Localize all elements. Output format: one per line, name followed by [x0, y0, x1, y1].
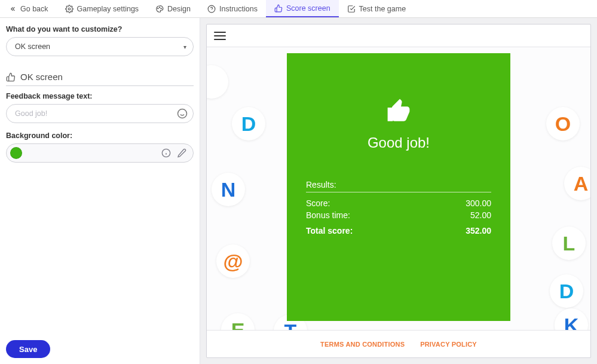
- edit-icon[interactable]: [176, 148, 187, 158]
- svg-point-2: [160, 7, 160, 7]
- customize-select[interactable]: OK screen: [6, 37, 194, 56]
- tab-label: Score screen: [286, 4, 330, 13]
- terms-link[interactable]: TERMS AND CONDITIONS: [320, 341, 405, 348]
- save-button[interactable]: Save: [6, 340, 50, 358]
- tab-go-back[interactable]: Go back: [0, 0, 57, 17]
- menu-icon[interactable]: [214, 32, 226, 40]
- customize-label: What do you want to customize?: [6, 25, 194, 33]
- letter-decor: O: [546, 107, 580, 140]
- feedback-label: Feedback message text:: [6, 92, 194, 100]
- color-swatch: [10, 147, 22, 159]
- letter-decor: A: [564, 167, 590, 200]
- tab-label: Test the game: [359, 5, 406, 13]
- bg-color-picker[interactable]: [6, 143, 194, 163]
- feedback-input[interactable]: [6, 104, 194, 123]
- svg-point-0: [68, 8, 71, 10]
- tab-bar: Go back Gameplay settings Design Instruc…: [0, 0, 597, 18]
- bg-color-label: Background color:: [6, 131, 194, 140]
- tab-label: Go back: [20, 5, 48, 13]
- letter-decor: L: [552, 227, 586, 260]
- tab-label: Instructions: [219, 5, 258, 13]
- palette-icon: [155, 5, 164, 13]
- letter-decor: @: [216, 244, 250, 278]
- letter-decor: [207, 65, 228, 99]
- tab-test-game[interactable]: Test the game: [339, 0, 415, 17]
- svg-point-6: [178, 109, 187, 118]
- score-card: Good job! Results: Score: 300.00 Bonus t…: [287, 53, 510, 321]
- letter-decor: D: [232, 107, 265, 140]
- settings-panel: What do you want to customize? OK screen…: [0, 18, 200, 364]
- tab-gameplay-settings[interactable]: Gameplay settings: [57, 0, 148, 17]
- tab-label: Design: [167, 5, 191, 13]
- tab-score-screen[interactable]: Score screen: [266, 0, 339, 17]
- letter-decor: N: [212, 173, 245, 206]
- help-icon: [207, 5, 216, 13]
- section-ok-screen: OK screen: [6, 72, 194, 86]
- chevron-left-icon: [8, 5, 17, 13]
- check-icon: [347, 5, 356, 13]
- tab-instructions[interactable]: Instructions: [199, 0, 266, 17]
- svg-point-1: [158, 8, 158, 8]
- results-title: Results:: [306, 180, 491, 192]
- preview-footer: TERMS AND CONDITIONS PRIVACY POLICY: [207, 330, 590, 357]
- info-icon[interactable]: [161, 148, 172, 158]
- result-row-score: Score: 300.00: [306, 198, 491, 208]
- preview-body: D N @ E T O A L D K Good job! Res: [207, 47, 590, 330]
- result-row-bonus: Bonus time: 52.00: [306, 210, 491, 220]
- letter-decor: D: [550, 274, 583, 308]
- letter-decor: K: [555, 308, 588, 330]
- section-title: OK screen: [20, 72, 63, 82]
- svg-point-3: [161, 8, 161, 8]
- result-row-total: Total score: 352.00: [306, 226, 491, 235]
- preview-frame: D N @ E T O A L D K Good job! Res: [206, 24, 591, 358]
- privacy-link[interactable]: PRIVACY POLICY: [420, 341, 477, 348]
- gear-icon: [65, 5, 74, 13]
- feedback-message: Good job!: [306, 134, 491, 151]
- tab-design[interactable]: Design: [147, 0, 199, 17]
- letter-decor: E: [221, 313, 255, 330]
- thumbsup-icon: [274, 4, 283, 13]
- emoji-icon[interactable]: [177, 108, 188, 119]
- thumbsup-icon: [386, 99, 411, 124]
- tab-label: Gameplay settings: [77, 5, 139, 13]
